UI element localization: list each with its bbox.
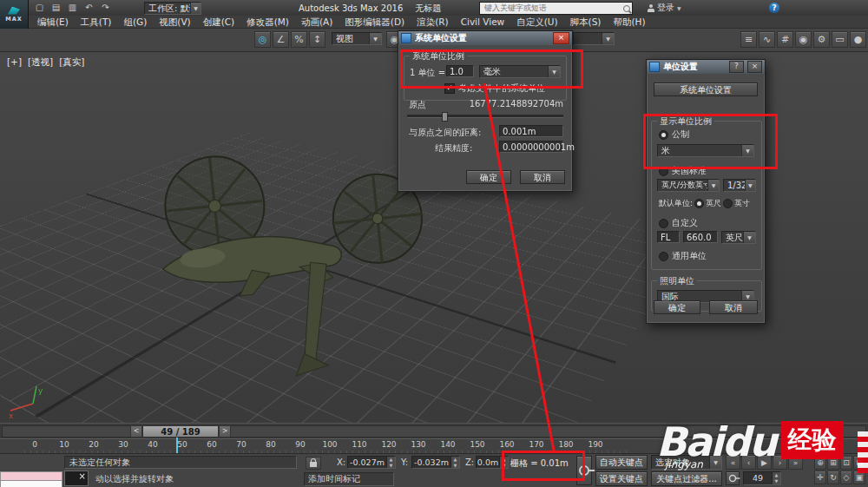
zoom-icon[interactable]: ⊕ xyxy=(814,456,826,470)
open-file-icon[interactable]: ▤ xyxy=(49,1,63,14)
mini-listener-macro-row[interactable] xyxy=(0,471,62,480)
custom-unit-dropdown[interactable]: 英尺 ▼ xyxy=(721,231,756,244)
spinner-icon[interactable]: ▲▼ xyxy=(499,457,508,468)
menu-item-4[interactable]: 创建(C) xyxy=(197,16,241,28)
curve-editor-icon[interactable]: ∿ xyxy=(759,31,775,48)
time-tag-field[interactable]: 添加时间标记 xyxy=(304,472,394,486)
key-filters-button[interactable]: 关键点过滤器... xyxy=(651,471,722,486)
go-to-end-icon[interactable]: » xyxy=(788,455,803,470)
viewport-shading-menu[interactable]: [真实] xyxy=(59,56,84,69)
mini-listener-script-row[interactable] xyxy=(0,480,62,487)
generic-units-radio[interactable] xyxy=(659,252,668,261)
field-of-view-icon[interactable]: ◇ xyxy=(840,471,852,484)
custom-value-field[interactable]: 660.0 xyxy=(683,231,718,243)
custom-name-field[interactable]: FL xyxy=(657,231,680,243)
dialog-titlebar[interactable]: 系统单位设置 × xyxy=(398,31,572,45)
viewport-pov-menu[interactable]: [透视] xyxy=(28,56,53,69)
x-coordinate-field[interactable]: -0.027m ▲▼ xyxy=(347,456,396,469)
time-slider-handle[interactable]: 49 / 189 xyxy=(142,425,219,438)
respect-system-units-checkbox[interactable]: ✓ xyxy=(444,83,455,94)
menu-item-12[interactable]: 帮助(H) xyxy=(607,16,651,28)
dialog-titlebar[interactable]: 单位设置 ? × xyxy=(647,60,765,74)
metric-radio[interactable] xyxy=(659,130,668,140)
spinner-icon[interactable]: ▲▼ xyxy=(450,457,459,468)
selection-lock-toggle[interactable] xyxy=(306,457,321,470)
unit-type-dropdown[interactable]: 毫米 ▼ xyxy=(479,65,561,78)
current-frame-field[interactable]: 49 ▲▼ xyxy=(743,471,781,485)
menu-item-6[interactable]: 动画(A) xyxy=(295,16,339,28)
zoom-region-icon[interactable]: ⊟ xyxy=(853,456,865,470)
new-scene-icon[interactable]: ▢ xyxy=(32,1,47,14)
z-coordinate-field[interactable]: 0.0m ▲▼ xyxy=(476,456,509,469)
help-icon[interactable]: ? xyxy=(729,61,744,73)
close-icon[interactable]: × xyxy=(79,472,86,481)
menu-item-2[interactable]: 组(G) xyxy=(117,16,153,28)
menu-item-1[interactable]: 工具(T) xyxy=(75,16,118,28)
ok-button[interactable]: 确定 xyxy=(654,300,700,314)
previous-frame-icon[interactable]: ‹ xyxy=(741,455,756,470)
next-frame-icon[interactable]: › xyxy=(773,455,787,470)
viewport-general-menu[interactable]: [+] xyxy=(7,56,22,69)
menu-item-0[interactable]: 编辑(E) xyxy=(31,16,75,28)
next-frame-arrow[interactable]: > xyxy=(219,425,231,438)
current-frame-marker[interactable] xyxy=(176,438,178,453)
spinner-snap-icon[interactable]: ↕ xyxy=(309,31,326,48)
orbit-icon[interactable]: ↻ xyxy=(827,471,839,484)
set-keys-button[interactable] xyxy=(576,456,592,485)
snaps-toggle-icon[interactable]: ◎ xyxy=(254,31,271,48)
schematic-view-icon[interactable]: # xyxy=(777,31,793,48)
us-unit-dropdown[interactable]: 英尺/分数英寸 ▼ xyxy=(657,179,720,192)
menu-item-3[interactable]: 视图(V) xyxy=(153,16,196,28)
previous-frame-arrow[interactable]: < xyxy=(130,425,142,438)
unit-value-field[interactable]: 1.0 xyxy=(446,65,474,77)
infocenter-search-input[interactable]: 键入关键字或短语 xyxy=(479,2,633,15)
custom-radio[interactable] xyxy=(659,219,668,228)
reference-coordinate-dropdown[interactable]: 视图 ▼ xyxy=(332,32,382,45)
rendered-frame-icon[interactable]: ▭ xyxy=(832,31,848,48)
track-bar[interactable]: 0102030405060708090100110120130140150160… xyxy=(0,438,868,454)
layer-manager-icon[interactable]: ≡ xyxy=(740,31,757,48)
redo-icon[interactable]: ↷ xyxy=(98,1,113,14)
cancel-button[interactable]: 取消 xyxy=(520,170,565,184)
search-icon[interactable] xyxy=(623,5,630,12)
distance-field[interactable]: 0.001m xyxy=(499,125,563,137)
help-icon[interactable]: ? xyxy=(769,3,779,13)
origin-slider[interactable] xyxy=(407,115,563,118)
feet-radio[interactable] xyxy=(694,199,704,208)
render-setup-icon[interactable]: ⚙ xyxy=(813,31,830,48)
maximize-viewport-icon[interactable]: ▣ xyxy=(853,471,865,484)
go-to-start-icon[interactable]: « xyxy=(726,455,740,470)
angle-snap-icon[interactable]: ∠ xyxy=(273,31,289,48)
notification-popup[interactable]: × xyxy=(64,471,89,486)
precision-field[interactable]: 0.0000000001m xyxy=(499,141,563,153)
system-unit-setup-button[interactable]: 系统单位设置 xyxy=(654,82,758,96)
max-app-button[interactable]: MAX xyxy=(0,0,29,29)
menu-item-8[interactable]: 渲染(R) xyxy=(411,16,455,28)
percent-snap-icon[interactable]: % xyxy=(291,31,307,48)
play-icon[interactable]: ▶ xyxy=(757,455,772,470)
material-editor-icon[interactable]: ◉ xyxy=(795,31,812,48)
zoom-extents-icon[interactable]: ⊡ xyxy=(840,456,852,470)
menu-item-10[interactable]: 自定义(U) xyxy=(510,16,563,28)
pan-icon[interactable]: ✛ xyxy=(814,471,826,484)
ok-button[interactable]: 确定 xyxy=(466,170,511,184)
metric-unit-dropdown[interactable]: 米 ▼ xyxy=(657,144,754,157)
key-mode-toggle[interactable] xyxy=(726,471,740,485)
menu-item-9[interactable]: Civil View xyxy=(455,16,511,28)
maxscript-mini-listener[interactable] xyxy=(0,471,62,487)
zoom-all-icon[interactable]: ⊞ xyxy=(827,456,839,470)
menu-item-7[interactable]: 图形编辑器(D) xyxy=(339,16,411,28)
time-slider[interactable]: < 49 / 189 > xyxy=(0,423,868,439)
selection-filter-dropdown[interactable]: 选定对象 ▼ xyxy=(651,455,722,470)
save-file-icon[interactable]: ▥ xyxy=(65,1,80,14)
undo-icon[interactable]: ↶ xyxy=(82,1,96,14)
close-icon[interactable]: × xyxy=(747,61,762,73)
spinner-icon[interactable]: ▲▼ xyxy=(772,472,780,484)
signin-button[interactable]: 登录 ▼ xyxy=(648,2,681,14)
menu-item-11[interactable]: 脚本(S) xyxy=(564,16,608,28)
menu-item-5[interactable]: 修改器(M) xyxy=(240,16,295,28)
us-fraction-dropdown[interactable]: 1/32 ▼ xyxy=(723,179,756,192)
us-standard-radio[interactable] xyxy=(659,167,668,176)
origin-slider-handle[interactable] xyxy=(442,112,448,122)
y-coordinate-field[interactable]: -0.032m ▲▼ xyxy=(411,456,460,469)
